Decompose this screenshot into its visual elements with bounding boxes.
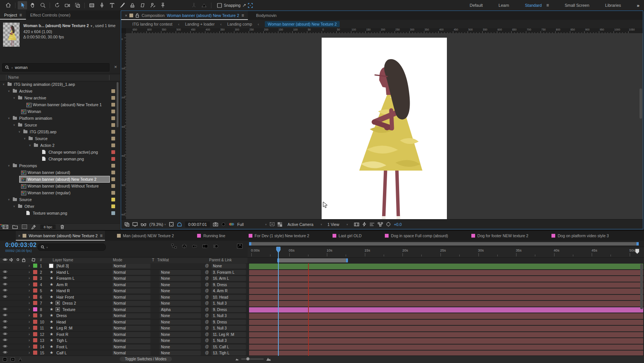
toggle-switches-modes-button[interactable]: Toggle Switches / Modes	[120, 357, 172, 361]
horizontal-ruler[interactable]: 6506005505004504003503002502001501005005…	[126, 28, 643, 33]
chevron-right-icon[interactable]: ›	[29, 288, 30, 293]
comp-label-swatch[interactable]	[333, 234, 336, 238]
label-chip[interactable]	[111, 204, 115, 208]
chevron-down-icon[interactable]: ∨	[18, 128, 20, 135]
tree-item[interactable]: Change woman (active).png	[0, 149, 120, 156]
playhead-handle[interactable]	[276, 247, 281, 253]
tree-item[interactable]: ∨Source	[0, 135, 120, 142]
chevron-right-icon[interactable]: ›	[29, 338, 30, 342]
chevron-right-icon[interactable]: ›	[29, 332, 30, 336]
label-chip[interactable]	[111, 110, 115, 113]
layout-select[interactable]: 1 View ∨	[327, 222, 348, 227]
tree-item[interactable]: ∨Other	[0, 203, 120, 210]
chevron-right-icon[interactable]: ›	[29, 282, 30, 287]
trkmat-select[interactable]: Alpha∨	[159, 307, 201, 312]
mode-select[interactable]: Normal∨	[112, 345, 150, 349]
composition-canvas[interactable]	[322, 38, 447, 219]
parent-select[interactable]: 9. Dress∨	[211, 282, 246, 287]
pickwhip-icon[interactable]: @	[205, 313, 209, 317]
comp-label-swatch[interactable]	[129, 14, 133, 17]
puppet-pin-tool-icon[interactable]	[158, 1, 167, 9]
trkmat-select[interactable]: None∨	[159, 326, 201, 331]
chevron-down-icon[interactable]: ∨	[13, 95, 15, 101]
layer-row[interactable]: ›11★Leg R :MNormal∨None∨@1. Null 3∨	[0, 325, 248, 332]
workspace-menu-icon[interactable]: ≡	[546, 3, 549, 8]
timeline-scrollbar[interactable]	[640, 264, 643, 309]
interpret-footage-icon[interactable]	[3, 225, 8, 229]
time-ruler[interactable]: 0:00s05s10s15s20s25s30s35s40s45s50s	[248, 247, 644, 257]
trkmat-select[interactable]: None∨	[159, 320, 201, 325]
tree-item[interactable]: Texture woman.png	[0, 210, 120, 217]
chevron-down-icon[interactable]: ∨	[13, 203, 15, 210]
tree-item[interactable]: Woman	[0, 108, 120, 115]
parent-select[interactable]: 15. Calf L∨	[211, 345, 246, 349]
tree-item[interactable]: Woman banner (absurd) Without Texture	[0, 183, 120, 189]
layer-row[interactable]: ›4★Arm RNormal∨None∨@9. Dress∨	[0, 282, 248, 288]
mode-select[interactable]: Normal∨	[112, 338, 150, 343]
magnification-select[interactable]: (79.3%) ∨	[149, 222, 166, 227]
label-chip[interactable]	[33, 351, 37, 355]
project-scrollbar[interactable]	[117, 82, 118, 127]
trkmat-select[interactable]: None∨	[159, 270, 201, 275]
expand-layers-icon[interactable]	[3, 357, 7, 361]
show-snapshot-icon[interactable]	[221, 222, 226, 226]
frame-blending-icon[interactable]	[202, 244, 208, 249]
snapshot-icon[interactable]	[213, 222, 218, 226]
new-folder-icon[interactable]	[12, 225, 18, 229]
parent-select[interactable]: 1. Null 3∨	[211, 338, 246, 343]
trkmat-select[interactable]: None∨	[159, 288, 201, 293]
breadcrumb-item[interactable]: Landing + loader	[185, 22, 215, 26]
parent-select[interactable]: 3. Forearm L∨	[211, 270, 246, 275]
lock-icon[interactable]	[135, 13, 139, 18]
roto-brush-tool-icon[interactable]	[148, 1, 157, 9]
playhead-line[interactable]	[278, 253, 279, 356]
primary-viewer-icon[interactable]	[141, 223, 146, 226]
mode-select[interactable]: Normal∨	[112, 264, 150, 268]
label-chip[interactable]	[111, 164, 115, 168]
layer-row[interactable]: ›3★Forearm LNormal∨None∨@16. Arm L∨	[0, 276, 248, 282]
eye-icon[interactable]	[3, 282, 8, 286]
label-chip[interactable]	[33, 320, 37, 324]
layer-row[interactable]: ›13★Tigh LNormal∨None∨@1. Null 3∨	[0, 338, 248, 344]
comp-label-swatch[interactable]	[385, 234, 389, 238]
tree-item[interactable]: ∨Archive	[0, 88, 120, 95]
chevron-down-icon[interactable]: ∨	[8, 162, 10, 169]
breadcrumb-item[interactable]: Landing comp	[227, 22, 252, 26]
pickwhip-icon[interactable]: @	[205, 288, 209, 293]
tree-item[interactable]: ∨ITG laning animation (2019)_1.aep	[0, 81, 120, 88]
chevron-down-icon[interactable]: ∨	[8, 196, 10, 203]
tab-bodymovin[interactable]: Bodymovin	[252, 11, 280, 20]
label-chip[interactable]	[111, 143, 115, 147]
caret-down-icon[interactable]: ▼	[90, 24, 93, 28]
comp-label-swatch[interactable]	[197, 234, 201, 238]
label-chip[interactable]	[111, 191, 115, 195]
label-chip[interactable]	[33, 301, 37, 305]
mode-select[interactable]: Normal∨	[112, 332, 150, 337]
chevron-down-icon[interactable]: ∨	[29, 142, 31, 149]
label-chip[interactable]	[33, 295, 37, 299]
chevron-right-icon[interactable]: ›	[29, 320, 30, 324]
mode-select[interactable]: Normal∨	[112, 313, 150, 318]
vertical-ruler[interactable]: 0100200300400500600	[121, 33, 126, 220]
tree-item[interactable]: ∨Source	[0, 122, 120, 128]
label-chip[interactable]	[111, 184, 115, 188]
draft-3d-icon[interactable]	[182, 244, 187, 249]
timeline-tab[interactable]: Man (absurd) NEW Texture 2	[115, 231, 176, 241]
snap-arrow-icon[interactable]: ↗	[242, 3, 246, 8]
timeline-tab[interactable]: ×Woman banner (absurd) New Texture 2≡	[16, 231, 105, 241]
layer-row[interactable]: ›12★Foot RNormal∨None∨@11. Leg R :M∨	[0, 332, 248, 338]
timeline-tab[interactable]: Dog in space Full comp (absurd)	[383, 231, 450, 241]
zoom-slider-thumb[interactable]	[246, 357, 249, 360]
comp-label-swatch[interactable]	[551, 234, 555, 238]
reset-exposure-icon[interactable]	[386, 222, 391, 227]
workspace-libraries[interactable]: Libraries	[605, 3, 621, 8]
trkmat-select[interactable]: None∨	[159, 282, 201, 287]
zoom-slider[interactable]	[241, 358, 264, 360]
layer-row[interactable]: ›15★Calf LNormal∨None∨@13. Tigh L∨	[0, 350, 248, 356]
chevron-right-icon[interactable]: ›	[29, 326, 30, 330]
chevron-down-icon[interactable]: ∨	[8, 88, 10, 95]
mode-select[interactable]: Normal∨	[112, 295, 150, 300]
viewer-scrollbar[interactable]	[639, 88, 642, 119]
chevron-right-icon[interactable]: ›	[29, 270, 30, 274]
home-icon[interactable]	[3, 1, 13, 9]
